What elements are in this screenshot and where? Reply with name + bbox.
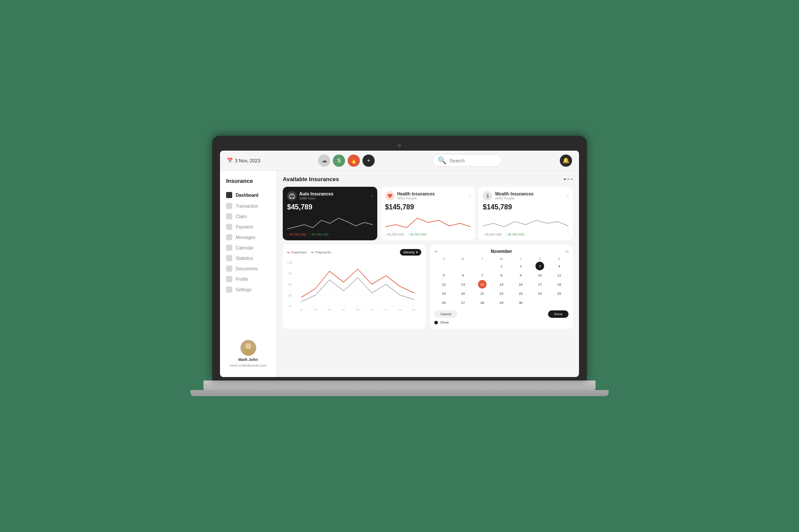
expenses-legend: Expenses bbox=[287, 250, 307, 254]
cal-day-19[interactable]: 19 bbox=[440, 289, 448, 298]
calendar-grid: S M T W T F S bbox=[434, 256, 569, 307]
sidebar-item-messages[interactable]: Messages bbox=[220, 232, 276, 242]
chart-legend: Expenses Payments Weekly bbox=[287, 249, 421, 256]
cal-day-empty-3 bbox=[478, 262, 487, 270]
svg-text:Mar: Mar bbox=[328, 308, 332, 310]
cal-day-29[interactable]: 29 bbox=[497, 298, 506, 307]
health-insurance-card: Health Insurances 4069 People › $145,789 bbox=[381, 187, 475, 240]
laptop-bottom bbox=[190, 390, 609, 396]
cal-day-21[interactable]: 21 bbox=[478, 289, 487, 298]
cal-next-btn[interactable]: ›› bbox=[565, 249, 569, 254]
cal-day-8[interactable]: 8 bbox=[497, 271, 506, 279]
cal-day-27[interactable]: 27 bbox=[459, 298, 467, 307]
payment-icon bbox=[226, 224, 232, 230]
header-date: 📅 3 Nov, 2023 bbox=[227, 158, 261, 163]
cal-day-24[interactable]: 24 bbox=[535, 289, 544, 298]
sidebar-item-calendar[interactable]: Calendar bbox=[220, 242, 276, 253]
calendar-actions: Cancel Done bbox=[434, 310, 569, 318]
sidebar-item-dashboard[interactable]: Dashboard bbox=[220, 189, 276, 201]
dot-3 bbox=[571, 178, 573, 180]
bottom-section: Expenses Payments Weekly bbox=[283, 245, 573, 329]
dot-1 bbox=[564, 178, 566, 180]
sidebar-item-payment[interactable]: Payment bbox=[220, 222, 276, 232]
cal-day-10[interactable]: 10 bbox=[535, 271, 544, 279]
cal-day-16[interactable]: 16 bbox=[516, 280, 525, 289]
search-input[interactable] bbox=[449, 158, 496, 163]
wealth-insurance-card: $ Wealth Insurances 4069 People › bbox=[478, 187, 573, 240]
dots-menu[interactable] bbox=[564, 178, 573, 180]
cal-day-12[interactable]: 12 bbox=[440, 280, 448, 289]
auto-card-arrow[interactable]: › bbox=[371, 194, 372, 199]
cal-day-7[interactable]: 7 bbox=[478, 271, 487, 279]
cal-day-20[interactable]: 20 bbox=[459, 289, 467, 298]
health-card-subtitle: 4069 People bbox=[397, 196, 435, 200]
wealth-mini-chart bbox=[483, 214, 569, 231]
cal-day-5[interactable]: 5 bbox=[440, 271, 448, 279]
cal-day-15[interactable]: 15 bbox=[497, 280, 506, 289]
sidebar-item-documents[interactable]: Documents bbox=[220, 263, 276, 274]
sidebar-item-statistics[interactable]: Statistics bbox=[220, 253, 276, 263]
cal-day-17[interactable]: 17 bbox=[535, 280, 544, 289]
dollar-button[interactable]: $ bbox=[333, 155, 345, 167]
search-bar[interactable]: 🔍 bbox=[432, 154, 502, 167]
laptop-camera bbox=[398, 144, 401, 147]
calendar-cancel-button[interactable]: Cancel bbox=[434, 310, 457, 318]
svg-point-1 bbox=[245, 343, 251, 349]
cal-day-9[interactable]: 9 bbox=[516, 271, 525, 279]
health-card-title: Health Insurances bbox=[397, 192, 435, 196]
health-title-row: Health Insurances 4069 People bbox=[385, 191, 435, 201]
cal-header-s1: S bbox=[434, 256, 453, 261]
wealth-card-arrow[interactable]: › bbox=[567, 194, 569, 199]
sidebar-item-claim[interactable]: Claim bbox=[220, 211, 276, 222]
expenses-legend-label: Expenses bbox=[291, 250, 307, 254]
header-left: 📅 3 Nov, 2023 bbox=[227, 158, 261, 163]
cal-prev-btn[interactable]: ‹‹ bbox=[434, 249, 437, 254]
auto-card-amount: $45,789 bbox=[287, 203, 373, 211]
cal-day-26[interactable]: 26 bbox=[440, 298, 448, 307]
sidebar-item-settings[interactable]: Settings bbox=[220, 284, 276, 295]
auto-card-title: Auto Insurances bbox=[299, 192, 333, 196]
wealth-stat-up: ↑ 39,789 USD bbox=[505, 233, 525, 236]
plus-button[interactable]: + bbox=[362, 155, 375, 167]
cal-day-2[interactable]: 2 bbox=[516, 262, 525, 270]
wealth-title-row: $ Wealth Insurances 4069 People bbox=[483, 191, 533, 201]
chart-panel: Expenses Payments Weekly bbox=[283, 245, 426, 329]
fire-button[interactable]: 🔥 bbox=[348, 155, 360, 167]
cloud-button[interactable]: ☁ bbox=[318, 155, 330, 167]
cal-day-22[interactable]: 22 bbox=[497, 289, 506, 298]
sidebar-item-profile[interactable]: Profile bbox=[220, 274, 276, 284]
wealth-card-title: Wealth Insurances bbox=[495, 192, 533, 196]
wealth-card-stats: ↓ 45,209 USD ↑ 39,789 USD bbox=[483, 233, 569, 236]
notification-button[interactable]: 🔔 bbox=[560, 155, 572, 167]
cal-day-25[interactable]: 25 bbox=[555, 289, 563, 298]
cal-day-empty-1 bbox=[440, 262, 448, 270]
messages-icon bbox=[226, 234, 232, 240]
chart-area: 100k 75k 50k 25k 0k bbox=[287, 258, 421, 306]
svg-text:25k: 25k bbox=[288, 293, 292, 297]
calendar-month: November bbox=[491, 249, 512, 254]
user-name: Mark John bbox=[238, 357, 258, 362]
sidebar-item-label-dashboard: Dashboard bbox=[236, 193, 258, 198]
weekly-button[interactable]: Weekly ▾ bbox=[400, 249, 421, 256]
sidebar-item-label-claim: Claim bbox=[236, 214, 247, 219]
cal-day-14-today[interactable]: 14 bbox=[478, 280, 487, 289]
cal-day-6[interactable]: 6 bbox=[459, 271, 467, 279]
cal-day-1[interactable]: 1 bbox=[497, 262, 506, 270]
cal-day-28[interactable]: 28 bbox=[478, 298, 487, 307]
laptop-base bbox=[203, 380, 596, 390]
cal-day-23[interactable]: 23 bbox=[516, 289, 525, 298]
cal-day-11[interactable]: 11 bbox=[555, 271, 563, 279]
sidebar-item-transaction[interactable]: Transaction bbox=[220, 201, 276, 211]
cal-day-30[interactable]: 30 bbox=[516, 298, 525, 307]
calendar-done-button[interactable]: Done bbox=[548, 310, 569, 318]
profile-icon bbox=[226, 276, 232, 282]
auto-stat-down: ↓ 45,789 USD bbox=[287, 233, 306, 236]
cal-header-t2: T bbox=[511, 256, 530, 261]
laptop-screen: 📅 3 Nov, 2023 ☁ $ 🔥 + 🔍 🔔 bbox=[220, 151, 579, 377]
cal-day-4[interactable]: 4 bbox=[555, 262, 563, 270]
cal-day-13[interactable]: 13 bbox=[459, 280, 467, 289]
cal-day-3[interactable]: 3 bbox=[535, 262, 544, 270]
health-card-arrow[interactable]: › bbox=[469, 194, 471, 199]
weekly-label: Weekly bbox=[403, 250, 415, 254]
cal-day-18[interactable]: 18 bbox=[555, 280, 563, 289]
